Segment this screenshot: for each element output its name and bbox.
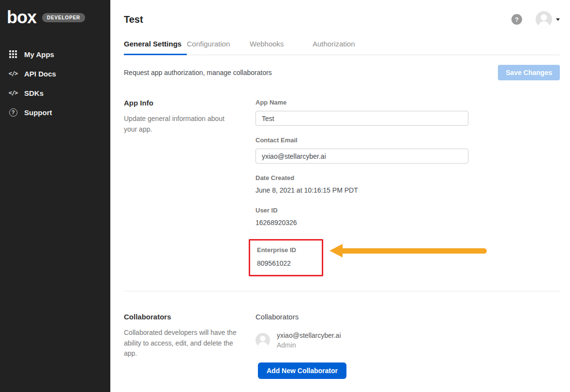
sidebar-item-label: SDKs [24,89,44,97]
code-icon: </> [8,88,18,98]
enterprise-id-value: 809561022 [257,259,315,267]
collaborators-description: Collaborated developers will have the ab… [124,328,239,359]
sidebar-item-label: API Docs [24,70,56,78]
app-info-section: App Info Update general information abou… [124,93,560,276]
sidebar-item-my-apps[interactable]: My Apps [0,45,110,64]
title-row: Test ? [124,0,560,35]
collaborators-list-label: Collaborators [255,313,468,321]
enterprise-id-label: Enterprise ID [257,246,315,254]
app-name-label: App Name [255,99,468,106]
main-content: Test ? General Settings Configuration We… [110,0,570,392]
user-id-group: User ID 16268920326 [255,207,468,226]
contact-email-field[interactable] [255,149,468,164]
collaborator-row: yxiao@stellarcyber.ai Admin [255,332,468,349]
sidebar-nav: My Apps </> API Docs </> SDKs ? Support [0,45,110,122]
tab-general-settings[interactable]: General Settings [124,36,187,55]
sidebar-item-support[interactable]: ? Support [0,103,110,122]
arrow-shaft [343,248,487,254]
page-subtitle: Request app authorization, manage collab… [124,69,272,76]
page-title: Test [124,14,143,25]
sidebar-item-api-docs[interactable]: </> API Docs [0,64,110,83]
enterprise-id-group: Enterprise ID 809561022 [255,239,468,276]
grid-icon [8,49,18,59]
avatar[interactable] [536,11,552,28]
date-created-group: Date Created June 8, 2021 at 10:16:15 PM… [255,174,468,194]
date-created-label: Date Created [255,174,468,181]
collaborator-role: Admin [277,341,341,349]
app-info-heading: App Info [124,99,255,107]
toolbar-row: Request app authorization, manage collab… [124,55,560,93]
contact-email-group: Contact Email [255,136,468,164]
collaborator-meta: yxiao@stellarcyber.ai Admin [277,332,341,349]
sidebar-item-sdks[interactable]: </> SDKs [0,83,110,103]
help-icon[interactable]: ? [511,14,522,25]
app-info-form: App Name Contact Email Date Created June… [255,99,468,276]
sidebar: box DEVELOPER My Apps </> API Docs </> S… [0,0,110,392]
logo-row: box DEVELOPER [0,0,110,27]
save-changes-button[interactable]: Save Changes [498,65,560,80]
collaborators-left: Collaborators Collaborated developers wi… [124,313,255,379]
collaborators-section: Collaborators Collaborated developers wi… [124,291,560,379]
tab-configuration[interactable]: Configuration [187,36,250,55]
developer-badge: DEVELOPER [42,13,85,22]
title-actions: ? [511,11,560,28]
tab-authorization[interactable]: Authorization [313,36,375,55]
sidebar-item-label: Support [24,108,52,117]
contact-email-label: Contact Email [255,136,468,144]
collaborator-email: yxiao@stellarcyber.ai [277,332,341,339]
chevron-down-icon[interactable] [556,18,560,21]
arrow-head-icon [330,244,343,257]
app-name-group: App Name [255,99,468,126]
annotation-highlight-box: Enterprise ID 809561022 [249,239,323,276]
add-new-collaborator-button[interactable]: Add New Collaborator [258,362,346,379]
box-logo[interactable]: box [7,8,36,27]
tab-webhooks[interactable]: Webhooks [250,36,313,55]
user-id-value: 16268920326 [255,219,468,226]
sidebar-item-label: My Apps [24,50,54,59]
user-id-label: User ID [255,207,468,214]
date-created-value: June 8, 2021 at 10:16:15 PM PDT [255,186,468,194]
tab-bar: General Settings Configuration Webhooks … [124,36,560,55]
app-name-field[interactable] [255,111,468,126]
annotation-arrow [330,244,487,257]
app-info-description: Update general information about your ap… [124,114,239,135]
code-icon: </> [8,69,18,78]
collaborator-avatar [255,333,270,347]
app-info-left: App Info Update general information abou… [124,99,255,276]
collaborators-list: Collaborators yxiao@stellarcyber.ai Admi… [255,313,468,379]
collaborators-heading: Collaborators [124,313,255,321]
question-circle-icon: ? [8,107,18,117]
